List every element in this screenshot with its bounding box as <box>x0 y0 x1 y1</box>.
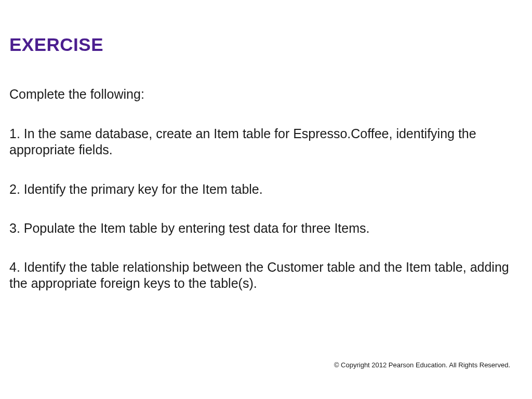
slide-container: EXERCISE Complete the following: 1. In t… <box>0 0 532 399</box>
intro-text: Complete the following: <box>9 86 523 102</box>
list-item: 1. In the same database, create an Item … <box>9 126 523 158</box>
list-item: 3. Populate the Item table by entering t… <box>9 220 523 236</box>
list-item: 2. Identify the primary key for the Item… <box>9 181 523 197</box>
slide-title: EXERCISE <box>9 34 523 55</box>
copyright-footer: © Copyright 2012 Pearson Education. All … <box>334 361 510 369</box>
list-item: 4. Identify the table relationship betwe… <box>9 259 523 292</box>
